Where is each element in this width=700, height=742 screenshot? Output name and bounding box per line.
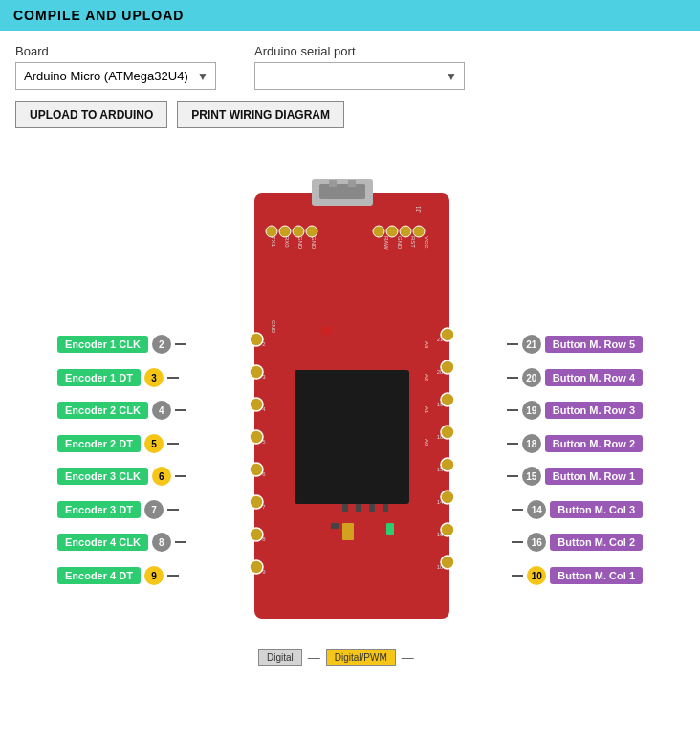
left-pin-badge: Encoder 3 DT7 (57, 500, 179, 519)
button-label: Button M. Row 2 (545, 435, 643, 452)
left-pin-badge: Encoder 4 CLK8 (57, 533, 186, 552)
controls-section: Board Arduino Micro (ATMega32U4) ▼ Ardui… (0, 31, 700, 142)
svg-point-34 (266, 226, 277, 237)
right-pin-badge: Button M. Row 420 (507, 368, 643, 387)
pin-number: 4 (152, 401, 171, 420)
svg-text:GND: GND (311, 236, 317, 250)
svg-rect-2 (319, 184, 365, 199)
pin-number: 19 (522, 401, 541, 420)
svg-text:J1: J1 (415, 206, 422, 213)
pin-number: 18 (522, 434, 541, 453)
print-button[interactable]: PRINT WIRING DIAGRAM (177, 101, 344, 128)
button-label: Button M. Row 3 (545, 402, 643, 419)
encoder-label: Encoder 2 DT (57, 435, 141, 452)
svg-point-42 (250, 333, 263, 346)
svg-rect-62 (331, 523, 339, 529)
pin-number: 10 (527, 566, 546, 585)
right-pin-badge: Button M. Row 319 (507, 401, 643, 420)
board-control: Board Arduino Micro (ATMega32U4) ▼ (15, 44, 216, 90)
svg-rect-65 (369, 504, 375, 512)
svg-point-56 (441, 523, 454, 536)
svg-point-41 (413, 226, 425, 237)
svg-text:GND: GND (271, 320, 276, 334)
right-pin-badge: Button M. Row 218 (507, 434, 643, 453)
svg-point-38 (373, 226, 384, 237)
svg-rect-3 (329, 180, 337, 187)
left-pin-badge: Encoder 2 CLK4 (57, 401, 186, 420)
svg-point-50 (441, 328, 454, 341)
right-pin-badge: Button M. Col 314 (512, 500, 643, 519)
wire (167, 509, 179, 511)
svg-point-49 (250, 560, 263, 574)
pin-number: 15 (522, 467, 541, 486)
svg-point-52 (441, 393, 454, 406)
board-select[interactable]: Arduino Micro (ATMega32U4) (15, 62, 216, 90)
svg-point-37 (306, 226, 317, 237)
upload-button[interactable]: UPLOAD TO ARDUINO (15, 101, 167, 128)
svg-text:TX1: TX1 (271, 236, 276, 248)
svg-text:GND: GND (397, 236, 403, 250)
svg-point-39 (386, 226, 398, 237)
svg-text:A3: A3 (424, 341, 429, 349)
encoder-label: Encoder 2 CLK (57, 402, 148, 419)
svg-point-53 (441, 426, 454, 439)
header: COMPILE AND UPLOAD (0, 0, 700, 31)
serial-label: Arduino serial port (254, 44, 465, 58)
serial-port-control: Arduino serial port ▼ (254, 44, 465, 90)
svg-text:A1: A1 (424, 406, 429, 414)
svg-point-47 (250, 495, 263, 509)
wire (507, 443, 518, 445)
encoder-label: Encoder 1 CLK (57, 336, 148, 353)
svg-point-48 (250, 528, 263, 541)
pin-number: 14 (527, 500, 546, 519)
svg-point-54 (441, 458, 454, 471)
wire (512, 509, 523, 511)
right-pin-badge: Button M. Col 110 (512, 566, 643, 585)
svg-text:GND: GND (297, 236, 303, 250)
svg-point-36 (293, 226, 304, 237)
svg-point-35 (279, 226, 291, 237)
right-pin-badge: Button M. Col 216 (512, 533, 643, 552)
pin-number: 9 (144, 566, 164, 585)
svg-rect-58 (295, 370, 409, 504)
wire (175, 541, 186, 543)
svg-rect-63 (342, 504, 348, 512)
svg-rect-61 (386, 523, 394, 535)
button-label: Button M. Col 3 (550, 501, 643, 518)
wire (167, 443, 179, 445)
legend-pwm: Digital/PWM (326, 649, 396, 666)
svg-point-51 (441, 360, 454, 374)
button-label: Button M. Row 4 (545, 369, 643, 386)
wire (512, 575, 523, 577)
wire (175, 343, 186, 345)
button-label: Button M. Col 1 (550, 567, 643, 584)
wire (507, 475, 518, 477)
button-label: Button M. Row 5 (545, 336, 643, 353)
pin-number: 6 (152, 467, 171, 486)
left-pin-badge: Encoder 1 DT3 (57, 368, 179, 387)
svg-text:RST: RST (410, 236, 416, 248)
pin-number: 5 (144, 434, 164, 453)
encoder-label: Encoder 4 CLK (57, 534, 148, 551)
left-pin-badge: Encoder 4 DT9 (57, 566, 179, 585)
svg-point-55 (441, 491, 454, 504)
header-title: COMPILE AND UPLOAD (13, 8, 184, 23)
encoder-label: Encoder 4 DT (57, 567, 141, 584)
wire (167, 377, 179, 379)
svg-rect-60 (342, 523, 354, 540)
legend: Digital — Digital/PWM — (258, 649, 414, 666)
board-label: Board (15, 44, 216, 58)
right-pin-badge: Button M. Row 521 (507, 335, 643, 354)
serial-select[interactable] (254, 62, 465, 90)
svg-point-45 (250, 430, 263, 444)
wire (507, 409, 518, 411)
svg-point-57 (441, 556, 454, 569)
wire (507, 377, 518, 379)
wire (175, 409, 186, 411)
wiring-diagram: Encoder 1 CLK2Encoder 1 DT3Encoder 2 CLK… (0, 145, 700, 681)
svg-rect-66 (383, 504, 388, 512)
pin-number: 3 (144, 368, 164, 387)
svg-text:RX0: RX0 (284, 236, 290, 248)
pin-number: 20 (522, 368, 541, 387)
right-pin-badge: Button M. Row 115 (507, 467, 643, 486)
